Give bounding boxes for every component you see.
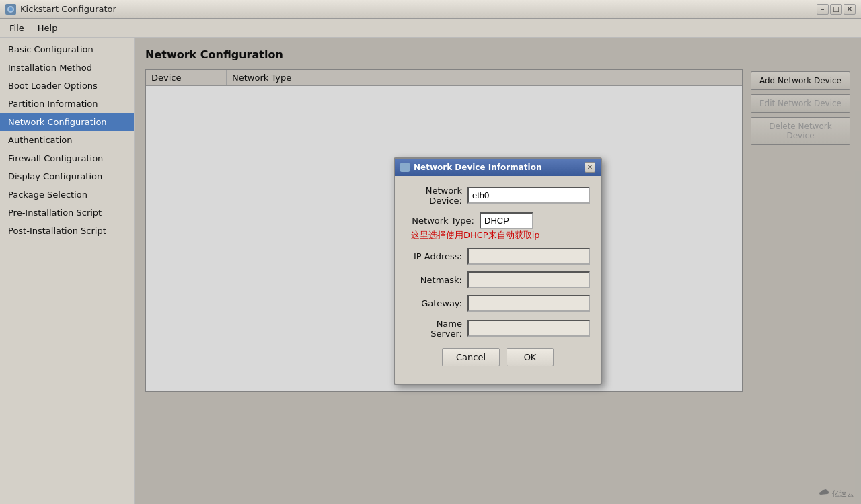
network-device-dialog: Network Device Information ✕ Network Dev… [394, 157, 602, 385]
menu-file[interactable]: File [3, 20, 31, 36]
sidebar-item-pre-installation-script[interactable]: Pre-Installation Script [0, 204, 134, 222]
cancel-button[interactable]: Cancel [442, 348, 500, 366]
network-type-label: Network Type: [406, 216, 480, 226]
menubar: File Help [0, 19, 861, 38]
name-server-input[interactable] [467, 320, 590, 337]
dialog-body: Network Device: Network Type: 这里选择使用DHCP… [395, 176, 601, 384]
maximize-button[interactable]: □ [830, 4, 842, 15]
window-title: Kickstart Configurator [20, 4, 116, 14]
content-area: Network Configuration Device Network Typ… [135, 38, 861, 504]
dialog-title: Network Device Information [414, 163, 541, 172]
close-button[interactable]: ✕ [844, 4, 856, 15]
dialog-footer: Cancel OK [406, 345, 590, 376]
sidebar-item-installation-method[interactable]: Installation Method [0, 58, 134, 77]
titlebar: Kickstart Configurator – □ ✕ [0, 0, 861, 19]
name-server-row: Name Server: [406, 319, 590, 339]
network-device-label: Network Device: [406, 185, 467, 206]
network-type-input[interactable] [480, 212, 533, 229]
main-container: Basic Configuration Installation Method … [0, 38, 861, 504]
dialog-close-button[interactable]: ✕ [585, 162, 595, 173]
sidebar-item-firewall-configuration[interactable]: Firewall Configuration [0, 149, 134, 167]
sidebar-item-partition-information[interactable]: Partition Information [0, 95, 134, 113]
network-type-row: Network Type: 这里选择使用DHCP来自动获取ip [406, 212, 590, 241]
ip-address-label: IP Address: [406, 251, 467, 261]
minimize-button[interactable]: – [817, 4, 829, 15]
network-device-input[interactable] [467, 187, 590, 204]
sidebar: Basic Configuration Installation Method … [0, 38, 135, 504]
sidebar-item-basic-configuration[interactable]: Basic Configuration [0, 40, 134, 58]
sidebar-item-boot-loader-options[interactable]: Boot Loader Options [0, 77, 134, 95]
sidebar-item-display-configuration[interactable]: Display Configuration [0, 167, 134, 185]
network-device-row: Network Device: [406, 185, 590, 206]
dialog-title-left: Network Device Information [400, 163, 541, 172]
sidebar-item-package-selection[interactable]: Package Selection [0, 185, 134, 204]
titlebar-left: Kickstart Configurator [5, 4, 116, 15]
netmask-label: Netmask: [406, 275, 467, 285]
ip-address-row: IP Address: [406, 248, 590, 265]
sidebar-item-network-configuration[interactable]: Network Configuration [0, 113, 134, 131]
ok-button[interactable]: OK [507, 348, 554, 366]
netmask-input[interactable] [467, 271, 590, 288]
netmask-row: Netmask: [406, 271, 590, 288]
ip-address-input[interactable] [467, 248, 590, 265]
sidebar-item-authentication[interactable]: Authentication [0, 131, 134, 149]
app-icon [5, 4, 16, 15]
dhcp-note: 这里选择使用DHCP来自动获取ip [411, 229, 540, 241]
svg-point-1 [9, 7, 13, 11]
titlebar-controls[interactable]: – □ ✕ [817, 4, 856, 15]
dialog-titlebar: Network Device Information ✕ [395, 159, 601, 176]
menu-help[interactable]: Help [31, 20, 65, 36]
name-server-label: Name Server: [406, 319, 467, 339]
gateway-label: Gateway: [406, 298, 467, 308]
gateway-input[interactable] [467, 295, 590, 312]
gateway-row: Gateway: [406, 295, 590, 312]
dialog-icon [400, 163, 410, 172]
sidebar-item-post-installation-script[interactable]: Post-Installation Script [0, 222, 134, 240]
dialog-overlay: Network Device Information ✕ Network Dev… [135, 38, 861, 504]
